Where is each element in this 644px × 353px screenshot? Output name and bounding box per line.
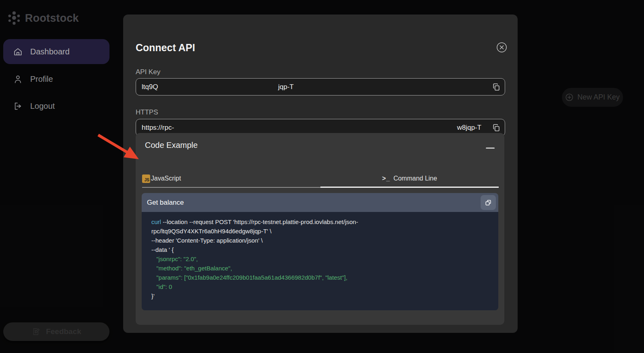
api-key-field[interactable]: ltq9Q jqp-T <box>136 78 505 96</box>
code-card: Get balance curl --location --request PO… <box>142 193 498 310</box>
copy-icon <box>492 83 501 91</box>
tab-javascript[interactable]: JS JavaScript <box>142 170 320 188</box>
https-value-end: w8jqp-T <box>457 124 481 132</box>
code-card-header: Get balance <box>142 193 498 212</box>
code-line: }' <box>151 291 491 301</box>
tab-command-line[interactable]: >_ Command Line <box>320 170 499 188</box>
tab-javascript-label: JavaScript <box>151 175 181 182</box>
api-key-value-middle: jqp-T <box>278 83 294 91</box>
minimize-icon <box>486 147 495 149</box>
terminal-prompt-icon: >_ <box>382 175 390 182</box>
code-line: "id": 0 <box>151 282 491 291</box>
circle-x-icon <box>496 42 507 53</box>
https-value-start: https://rpc- <box>142 124 174 132</box>
snippet-title: Get balance <box>147 199 184 207</box>
code-line: curl --location --request POST 'https://… <box>151 217 491 226</box>
code-block-body[interactable]: curl --location --request POST 'https://… <box>142 212 498 310</box>
code-language-tabs: JS JavaScript >_ Command Line <box>142 170 499 188</box>
https-copy-button[interactable] <box>492 123 501 132</box>
https-label: HTTPS <box>136 108 158 116</box>
api-key-value-start: ltq9Q <box>142 83 158 91</box>
connect-api-modal: Connect API API Key ltq9Q jqp-T HTTPS ht… <box>123 15 518 333</box>
code-line: --header 'Content-Type: application/json… <box>151 236 491 245</box>
code-example-title: Code Example <box>145 141 198 150</box>
api-key-label: API Key <box>136 68 160 76</box>
code-line: rpc/ltq9QSdY4XKTr6a0hH94d6edgw8jqp-T' \ <box>151 226 491 236</box>
tab-command-line-label: Command Line <box>393 175 437 182</box>
copy-icon <box>492 123 501 132</box>
close-button[interactable] <box>496 42 507 53</box>
code-line: "method": "eth_getBalance", <box>151 264 491 273</box>
code-copy-button[interactable] <box>481 195 496 210</box>
code-line: "params": ["0x1fab9a0e24ffc209b01faa5a61… <box>151 273 491 282</box>
code-line: --data ' { <box>151 245 491 254</box>
api-key-copy-button[interactable] <box>492 83 501 91</box>
js-badge-icon: JS <box>142 174 150 183</box>
collapse-button[interactable] <box>486 145 495 151</box>
copy-icon <box>484 199 492 207</box>
modal-title: Connect API <box>136 42 195 54</box>
code-line: "jsonrpc": "2.0", <box>151 254 491 264</box>
code-example-panel: Code Example JS JavaScript >_ Command Li… <box>136 133 504 325</box>
